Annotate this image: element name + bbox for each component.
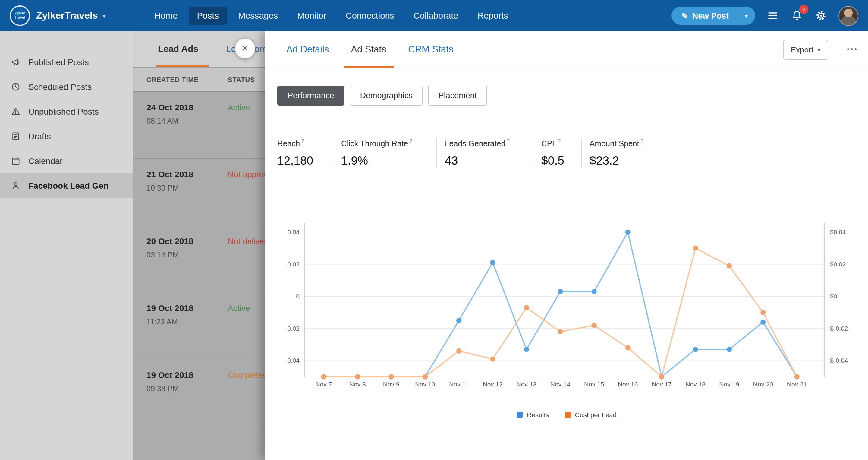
svg-text:Nov 20: Nov 20 [753, 381, 773, 388]
help-icon[interactable]: ? [507, 138, 510, 144]
segment-placement[interactable]: Placement [428, 86, 487, 105]
sidebar-item-facebook-lead-gen[interactable]: Facebook Lead Gen [0, 173, 133, 198]
stat-label: Reach [277, 139, 300, 148]
svg-text:Nov 17: Nov 17 [652, 381, 672, 388]
row-time: 10:30 PM [147, 184, 179, 192]
nav-item-posts[interactable]: Posts [188, 7, 227, 25]
export-button[interactable]: Export ▾ [783, 40, 828, 60]
sidebar-item-label: Scheduled Posts [28, 82, 92, 91]
svg-text:$-0.02: $-0.02 [830, 325, 848, 332]
stat-label: CPL [541, 139, 557, 148]
row-status: Active [228, 304, 250, 313]
svg-text:0: 0 [296, 293, 300, 300]
chart-legend: Results Cost per Lead [265, 411, 868, 419]
close-button[interactable]: × [235, 38, 255, 59]
sidebar-item-calendar[interactable]: Calendar [0, 148, 133, 173]
tab-lead-ads[interactable]: Lead Ads [158, 31, 198, 66]
sidebar-item-scheduled-posts[interactable]: Scheduled Posts [0, 74, 133, 99]
warning-icon [11, 106, 21, 116]
help-icon[interactable]: ? [641, 138, 644, 144]
legend-swatch [565, 412, 571, 418]
svg-text:0.04: 0.04 [287, 228, 300, 236]
svg-text:-0.02: -0.02 [285, 325, 300, 332]
svg-text:$0.04: $0.04 [830, 228, 846, 236]
brand-logo[interactable]: Zylker Travel [10, 5, 30, 26]
brand-group: Zylker Travel ZylkerTravels ▾ [10, 5, 146, 26]
avatar[interactable] [838, 6, 858, 26]
sidebar-item-label: Unpublished Posts [28, 106, 99, 116]
sidebar-item-label: Facebook Lead Gen [28, 181, 108, 190]
sidebar-item-unpublished-posts[interactable]: Unpublished Posts [0, 99, 133, 124]
stat-amount-spent: Amount Spent? $23.2 [581, 138, 665, 168]
navbar-actions: ✎ New Post ▾ 2 [672, 6, 858, 26]
row-date: 24 Oct 2018 [147, 102, 193, 112]
bell-icon[interactable]: 2 [790, 9, 804, 22]
nav-item-collaborate[interactable]: Collaborate [405, 7, 467, 25]
stat-label: Amount Spent [590, 139, 639, 148]
stat-reach: Reach? 12,180 [277, 138, 333, 168]
svg-text:Nov 10: Nov 10 [415, 381, 435, 388]
svg-text:$0: $0 [830, 293, 837, 300]
section-divider [277, 181, 855, 181]
chevron-down-icon[interactable]: ▾ [737, 12, 755, 19]
detail-tabs: Ad Details Ad Stats CRM Stats [265, 31, 868, 68]
svg-text:Nov 14: Nov 14 [550, 381, 570, 388]
calendar-icon [11, 156, 21, 165]
svg-text:Nov 7: Nov 7 [315, 381, 332, 388]
nav-item-messages[interactable]: Messages [230, 7, 286, 25]
row-date: 19 Oct 2018 [147, 370, 193, 380]
nav-item-home[interactable]: Home [146, 7, 186, 25]
menu-icon[interactable] [766, 9, 779, 22]
sidebar-item-label: Published Posts [28, 57, 89, 67]
more-options-icon[interactable]: ••• [847, 45, 858, 53]
nav-item-monitor[interactable]: Monitor [289, 7, 335, 25]
help-icon[interactable]: ? [409, 138, 412, 144]
tab-ad-stats[interactable]: Ad Stats [344, 31, 393, 67]
stat-value: $23.2 [590, 154, 659, 168]
stat-label: Click Through Rate [341, 139, 408, 148]
stat-value: 43 [445, 154, 527, 168]
stat-value: 12,180 [277, 154, 327, 168]
sidebar-item-drafts[interactable]: Drafts [0, 124, 133, 148]
sidebar-item-published-posts[interactable]: Published Posts [0, 50, 133, 74]
svg-text:Nov 13: Nov 13 [517, 381, 537, 388]
svg-text:Nov 12: Nov 12 [483, 381, 503, 388]
chevron-down-icon[interactable]: ▾ [103, 12, 106, 19]
svg-text:Nov 19: Nov 19 [719, 381, 739, 388]
legend-label: Results [527, 411, 549, 419]
posts-sidebar: Published Posts Scheduled Posts Unpublis… [0, 31, 133, 460]
legend-results[interactable]: Results [517, 411, 549, 419]
stat-cpl: CPL? $0.5 [533, 138, 581, 168]
svg-text:$-0.04: $-0.04 [830, 357, 848, 364]
row-date: 21 Oct 2018 [147, 170, 193, 179]
legend-cost-per-lead[interactable]: Cost per Lead [565, 411, 617, 419]
svg-text:-0.04: -0.04 [285, 357, 300, 364]
segment-performance[interactable]: Performance [277, 86, 344, 105]
row-date: 20 Oct 2018 [147, 236, 193, 246]
gear-icon[interactable] [814, 9, 828, 22]
help-icon[interactable]: ? [301, 138, 304, 144]
tab-ad-details[interactable]: Ad Details [279, 31, 336, 67]
pencil-icon: ✎ [681, 11, 688, 20]
nav-item-connections[interactable]: Connections [337, 7, 403, 25]
tab-crm-stats[interactable]: CRM Stats [401, 31, 461, 67]
legend-label: Cost per Lead [575, 411, 617, 419]
svg-text:Nov 9: Nov 9 [383, 381, 400, 388]
column-created-time: CREATED TIME [147, 67, 198, 92]
notification-badge: 2 [799, 5, 808, 14]
clock-icon [11, 82, 21, 91]
main-nav: Home Posts Messages Monitor Connections … [146, 7, 517, 25]
help-icon[interactable]: ? [558, 138, 561, 144]
segment-demographics[interactable]: Demographics [350, 86, 423, 105]
svg-text:Nov 21: Nov 21 [787, 381, 807, 388]
svg-text:$0.02: $0.02 [830, 261, 846, 268]
new-post-label: New Post [692, 11, 729, 20]
stats-segments: Performance Demographics Placement [277, 86, 487, 105]
nav-item-reports[interactable]: Reports [469, 7, 517, 25]
sidebar-item-label: Calendar [28, 156, 63, 165]
megaphone-icon [11, 57, 21, 67]
new-post-button[interactable]: ✎ New Post ▾ [672, 7, 755, 25]
logo-text: Zylker [14, 11, 25, 16]
brand-name[interactable]: ZylkerTravels [36, 10, 98, 21]
stat-click-through-rate: Click Through Rate? 1.9% [333, 138, 436, 168]
